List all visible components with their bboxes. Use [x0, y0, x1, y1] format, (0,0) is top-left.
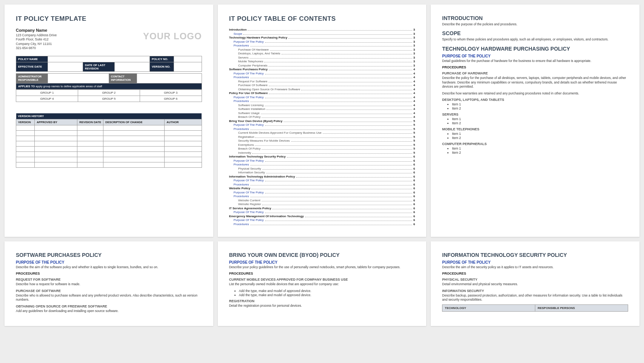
field-contact-info[interactable]	[137, 73, 202, 83]
toc-entry[interactable]: Scope3	[229, 32, 415, 36]
toc-entry[interactable]: Computer Peripherals3	[229, 64, 415, 67]
field-effective-date[interactable]	[48, 62, 83, 71]
toc-entry[interactable]: Purchase Of Software4	[229, 83, 415, 87]
field-admin-responsible[interactable]	[48, 73, 109, 83]
page-title: IT POLICY TEMPLATE	[16, 15, 202, 23]
toc-page-number: 5	[413, 123, 415, 127]
procedures-heading: PROCEDURES	[229, 272, 415, 275]
toc-entry[interactable]: Purpose Of The Policy6	[229, 218, 415, 222]
toc-entry[interactable]: Information Security6	[229, 171, 415, 174]
applies-to-label: APPLIES TO	[18, 85, 35, 88]
toc-page-number: 5	[413, 135, 415, 139]
toc-text: Purpose Of The Policy	[234, 218, 264, 222]
purpose-desc: Describe the aim of the software policy …	[16, 265, 202, 269]
group-cell[interactable]: GROUP 2	[78, 90, 140, 96]
pos-heading: PURCHASE OF SOFTWARE	[16, 289, 202, 293]
toc-entry[interactable]: Physical Security6	[229, 167, 415, 170]
toc-entry[interactable]: Purpose Of The Policy6	[229, 179, 415, 182]
toc-entry[interactable]: Procedures6	[229, 183, 415, 186]
toc-page-number: 6	[413, 191, 415, 194]
field-policy-no[interactable]	[174, 56, 202, 62]
toc-entry[interactable]: Purpose Of The Policy6	[229, 210, 415, 214]
toc-page-number: 4	[413, 68, 415, 71]
toc-entry[interactable]: Information Technology Security Policy6	[229, 155, 415, 158]
toc-text: Scope	[234, 32, 242, 36]
peripherals-heading: COMPUTER PERIPHERALS	[442, 142, 628, 146]
toc-entry[interactable]: Website Content6	[229, 199, 415, 202]
toc-entry[interactable]: Obtaining Open Source Or Freeware Softwa…	[229, 88, 415, 91]
toc-text: Introduction	[229, 28, 247, 31]
toc-entry[interactable]: Purchase Of Hardware3	[229, 48, 415, 51]
toc-leader	[265, 213, 412, 213]
purpose-heading: PURPOSE OF THE POLICY	[229, 260, 415, 264]
toc-page-number: 6	[413, 215, 415, 218]
toc-entry[interactable]: Desktops, Laptops, And Tablets3	[229, 52, 415, 55]
toc-entry[interactable]: Bring Your Own Device (Byod) Policy5	[229, 119, 415, 123]
toc-entry[interactable]: Breach Of Policy5	[229, 147, 415, 150]
group-cell[interactable]: GROUP 1	[16, 90, 78, 96]
toc-entry[interactable]: Introduction3	[229, 28, 415, 31]
toc-entry[interactable]: Software Installation4	[229, 107, 415, 111]
group-cell[interactable]: GROUP 3	[140, 90, 202, 96]
toc-entry[interactable]: Purpose Of The Policy4	[229, 72, 415, 75]
toc-entry[interactable]: Indemnity5	[229, 151, 415, 154]
field-policy-name[interactable]	[48, 56, 149, 62]
field-version-no[interactable]	[174, 62, 202, 71]
purpose-heading: PURPOSE OF THE POLICY	[442, 54, 628, 58]
resp-col-persons: RESPONSIBLE PERSONS	[535, 304, 628, 311]
toc-page-number: 3	[413, 40, 415, 43]
page-4: SOFTWARE PURCHASES POLICY PURPOSE OF THE…	[5, 241, 213, 326]
toc-leader	[248, 30, 412, 31]
toc-entry[interactable]: Procedures5	[229, 127, 415, 131]
toc-entry[interactable]: Purpose Of The Policy6	[229, 191, 415, 194]
toc-entry[interactable]: Procedures4	[229, 99, 415, 103]
page-1: IT POLICY TEMPLATE Company Name 123 Comp…	[5, 5, 213, 237]
toc-entry[interactable]: IT Service Agreements Policy6	[229, 207, 415, 210]
toc-entry[interactable]: Current Mobile Devices Approved For Comp…	[229, 131, 415, 134]
toc-entry[interactable]: Purpose Of The Policy6	[229, 159, 415, 162]
approved-devices-list: Add the type, make and model of approved…	[239, 289, 415, 297]
thpp-heading: TECHNOLOGY HARDWARE PURCHASING POLICY	[442, 46, 628, 52]
toc-entry[interactable]: Policy For Use Of Software4	[229, 91, 415, 95]
toc-entry[interactable]: Security Measures For Mobile Devices5	[229, 139, 415, 142]
toc-entry[interactable]: Procedures6	[229, 195, 415, 198]
page-5: BRING YOUR OWN DEVICE (BYOD) POLICY PURP…	[218, 241, 427, 326]
toc-entry[interactable]: Request For Software4	[229, 80, 415, 83]
toc-entry[interactable]: Technology Hardware Purchasing Policy3	[229, 36, 415, 39]
toc-page-number: 5	[413, 147, 415, 150]
toc-entry[interactable]: Emergency Management Of Information Tech…	[229, 215, 415, 218]
toc-entry[interactable]: Mobile Telephones3	[229, 60, 415, 63]
toc-page-number: 3	[413, 56, 415, 59]
field-date-last-revision[interactable]	[114, 62, 149, 71]
group-cell[interactable]: GROUP 4	[16, 96, 78, 102]
toc-entry[interactable]: Purpose Of The Policy4	[229, 96, 415, 99]
toc-entry[interactable]: Website Policy6	[229, 187, 415, 190]
toc-entry[interactable]: Exemptions5	[229, 143, 415, 147]
list-item: Item 2	[452, 107, 628, 110]
toc-entry[interactable]: Breach Of Policy4	[229, 115, 415, 119]
toc-entry[interactable]: Procedures6	[229, 163, 415, 166]
toc-entry[interactable]: Software Usage4	[229, 111, 415, 115]
toc-entry[interactable]: Software Purchases Policy4	[229, 68, 415, 71]
toc-entry[interactable]: Procedures3	[229, 44, 415, 47]
toc-entry[interactable]: Registration5	[229, 135, 415, 139]
group-cell[interactable]: GROUP 5	[78, 96, 140, 102]
label-date-last-revision: DATE OF LAST REVISION	[83, 62, 115, 71]
toc-text: Purpose Of The Policy	[234, 40, 264, 43]
toc-entry[interactable]: Procedures4	[229, 76, 415, 79]
toc-entry[interactable]: Servers3	[229, 56, 415, 59]
list-item: Item 1	[452, 147, 628, 150]
toc-entry[interactable]: Information Technology Administration Po…	[229, 175, 415, 178]
toc-leader	[265, 125, 412, 126]
toc-text: Procedures	[234, 76, 249, 79]
toc-entry[interactable]: Purpose Of The Policy5	[229, 123, 415, 127]
toc-entry[interactable]: Procedures6	[229, 222, 415, 226]
toc-entry[interactable]: Software Licensing4	[229, 103, 415, 107]
group-cell[interactable]: GROUP 6	[140, 96, 202, 102]
toc-page-number: 6	[413, 202, 415, 206]
toc-entry[interactable]: Website Register6	[229, 202, 415, 206]
toc-text: Breach Of Policy	[238, 115, 261, 119]
toc-entry[interactable]: Purpose Of The Policy3	[229, 40, 415, 43]
procedures-heading: PROCEDURES	[442, 65, 628, 69]
toc-leader	[265, 193, 412, 193]
